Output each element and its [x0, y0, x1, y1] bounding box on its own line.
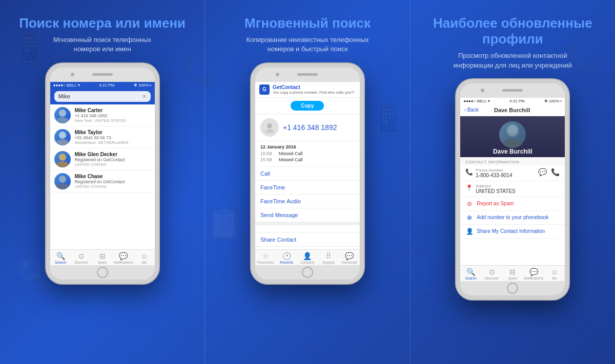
- nav3-discover-icon: ⊙: [489, 268, 495, 276]
- contact-avatar-2: [54, 151, 71, 167]
- phone3-profile-photo: Dave Burchill: [460, 116, 565, 157]
- me-icon: ☺: [140, 252, 148, 260]
- nav1-notif[interactable]: 💬 Notifications: [113, 252, 134, 264]
- phone1-contacts-list: Mike Carter +1 416 348 1892 New York, UN…: [50, 104, 155, 249]
- action-facetime[interactable]: FaceTime: [255, 181, 360, 195]
- contact-item-1[interactable]: Mike Taylor +31 0641 60 06 73 Amsterdam,…: [50, 126, 155, 148]
- phone1-bottom-nav: 🔍 Search ⊙ Discover ⊟ Spam 💬 Notificatio…: [50, 249, 155, 265]
- svg-point-8: [267, 123, 272, 129]
- phone3-address-info: Address UNITED STATES: [476, 184, 560, 194]
- favourites-icon: ☆: [262, 252, 269, 260]
- phone2-top: [255, 68, 360, 82]
- phone3-back-button[interactable]: ‹ Back: [464, 107, 479, 113]
- phone2-number-display: +1 416 348 1892: [255, 114, 360, 141]
- spam-icon: ⊟: [99, 252, 106, 260]
- phone3-top: [460, 83, 565, 98]
- action-call[interactable]: Call: [255, 167, 360, 181]
- phone1-bottom: [50, 265, 155, 280]
- phone1-clear-icon[interactable]: ✕: [142, 93, 147, 100]
- phone2-bottom: [255, 265, 360, 280]
- nav2-favourites[interactable]: ☆ Favourites: [255, 252, 276, 264]
- nav3-discover[interactable]: ⊙ Discover: [481, 268, 502, 280]
- action-send-message[interactable]: Send Message: [255, 208, 360, 222]
- action-facetime-audio[interactable]: FaceTime Audio: [255, 195, 360, 208]
- phone3-camera: [481, 89, 484, 92]
- phone1-camera: [71, 73, 74, 76]
- phone1-search-bar[interactable]: Mike ✕: [50, 89, 155, 104]
- contact-info-0: Mike Carter +1 416 348 1892 New York, UN…: [75, 108, 151, 123]
- phone1-home-button[interactable]: [97, 267, 108, 278]
- copy-button[interactable]: Copy: [291, 101, 324, 111]
- recents-icon: 🕐: [282, 252, 291, 260]
- phone1-search-input[interactable]: Mike ✕: [54, 91, 151, 102]
- phone1-screen: ●●●●○ BELL ▾ 4:21 PM ❋ 100% ▪ Mike ✕: [50, 82, 155, 265]
- contact-phone-0: +1 416 348 1892: [75, 113, 151, 118]
- nav2-recents-label: Recents: [280, 261, 293, 264]
- contact-item-2[interactable]: Mike Glen Decker Registered on GetContac…: [50, 148, 155, 170]
- call-time-1: 15:58: [260, 157, 275, 162]
- nav1-spam[interactable]: ⊟ Spam: [92, 252, 113, 264]
- contact-location-1: Amsterdam, NETHERLANDS: [75, 140, 151, 145]
- contact-location-3: UNITED STATES: [75, 184, 151, 189]
- phone3-home-button[interactable]: [507, 283, 518, 294]
- contact-avatar-3: [54, 173, 71, 189]
- message-action-icon[interactable]: 💬: [538, 168, 547, 176]
- nav3-search-icon: 🔍: [466, 268, 475, 276]
- nav3-spam[interactable]: ⊟ Spam: [502, 268, 523, 280]
- phone2-copy-banner[interactable]: Copy: [255, 98, 360, 114]
- nav1-notif-label: Notifications: [113, 261, 133, 264]
- phone2-home-button[interactable]: [302, 267, 313, 278]
- section-instant-search: Мгновенный поиск Копирование неизвестных…: [205, 0, 410, 364]
- nav2-keypad[interactable]: ⠿ Keypad: [318, 252, 339, 264]
- nav3-spam-icon: ⊟: [509, 268, 516, 276]
- phone3-report-label: Report as Spam: [477, 201, 514, 206]
- phone3-carrier: ●●●●○ BELL ▾: [463, 99, 490, 103]
- phone3: ●●●●○ BELL ▾ 4:21 PM ❋ 100% ▪ ‹ Back Dav…: [456, 79, 569, 299]
- contact-item-0[interactable]: Mike Carter +1 416 348 1892 New York, UN…: [50, 104, 155, 126]
- svg-point-7: [56, 183, 69, 189]
- nav3-search[interactable]: 🔍 Search: [460, 268, 481, 280]
- contact-name-2: Mike Glen Decker: [75, 152, 151, 157]
- phone3-add-phonebook-row[interactable]: ⊕ Add number to your phonebook: [460, 211, 565, 225]
- nav1-discover-label: Discover: [74, 261, 88, 264]
- section3-title: Наиболее обновленные профили: [411, 15, 615, 47]
- phone3-phone-value: 1-800-433-9014: [476, 173, 535, 178]
- nav1-me[interactable]: ☺ Me: [134, 252, 155, 264]
- nav3-notif[interactable]: 💬 Notifications: [523, 268, 544, 280]
- nav2-voicemail-label: Voicemail: [342, 261, 357, 264]
- phone3-report-spam-row[interactable]: ⊘ Report as Spam: [460, 197, 565, 211]
- phone1-time: 4:21 PM: [99, 83, 114, 88]
- nav1-discover[interactable]: ⊙ Discover: [71, 252, 92, 264]
- action-share-contact[interactable]: Share Contact: [255, 233, 360, 247]
- phone2-call-row-0: 15:58 Missed Call: [260, 151, 355, 156]
- contact-location-0: New York, UNITED STATES: [75, 118, 151, 123]
- nav2-contacts-label: Contacts: [300, 261, 315, 264]
- contact-item-3[interactable]: Mike Chase Registered on GetContact UNIT…: [50, 170, 155, 192]
- keypad-icon: ⠿: [326, 252, 331, 260]
- phone3-share-label: Share My Contact Information: [477, 228, 545, 234]
- phone2-call-row-1: 15:58 Missed Call: [260, 157, 355, 162]
- section3-subtitle: Просмотр обновленной контактнойинформаци…: [443, 51, 583, 70]
- nav1-search-label: Search: [55, 261, 66, 264]
- svg-point-6: [59, 176, 66, 183]
- phone3-status-bar: ●●●●○ BELL ▾ 4:21 PM ❋ 100% ▪: [460, 98, 565, 104]
- svg-point-12: [508, 125, 517, 134]
- nav2-contacts[interactable]: 👤 Contacts: [297, 252, 318, 264]
- nav1-search[interactable]: 🔍 Search: [50, 252, 71, 264]
- contact-name-1: Mike Taylor: [75, 130, 151, 135]
- contacts-icon: 👤: [303, 252, 312, 260]
- share-contact-icon: 👤: [465, 228, 474, 235]
- nav2-voicemail[interactable]: 💬 Voicemail: [339, 252, 360, 264]
- phone3-bottom: [460, 281, 565, 295]
- nav3-me-icon: ☺: [551, 268, 558, 276]
- contact-info-3: Mike Chase Registered on GetContact UNIT…: [75, 174, 151, 189]
- phone-icon: 📞: [465, 168, 473, 176]
- phone2-speaker: [297, 73, 318, 76]
- location-icon: 📍: [465, 184, 473, 191]
- phone3-bottom-nav: 🔍 Search ⊙ Discover ⊟ Spam 💬 Notificatio…: [460, 265, 565, 281]
- phone3-share-contact-row[interactable]: 👤 Share My Contact Information: [460, 225, 565, 239]
- nav2-recents[interactable]: 🕐 Recents: [276, 252, 297, 264]
- nav3-me[interactable]: ☺ Me: [544, 268, 565, 280]
- call-action-icon[interactable]: 📞: [551, 168, 560, 176]
- section1-title: Поиск номера или имени: [9, 15, 196, 31]
